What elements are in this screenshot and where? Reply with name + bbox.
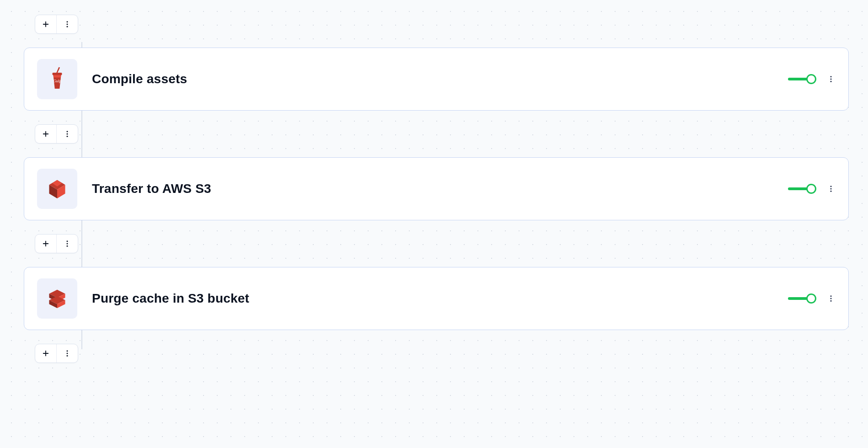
svg-point-26	[67, 245, 68, 247]
action-icon-tile: Gulp	[37, 59, 77, 99]
pipeline-canvas[interactable]: Gulp Compile assets	[0, 0, 868, 448]
pill-menu-button[interactable]	[57, 235, 78, 253]
s3-icon	[44, 176, 70, 202]
svg-text:Gulp: Gulp	[53, 79, 61, 83]
svg-point-34	[830, 298, 832, 299]
add-action-pill	[35, 15, 78, 34]
action-title: Purge cache in S3 bucket	[92, 291, 249, 306]
plus-icon	[42, 349, 50, 357]
action-menu-button[interactable]	[826, 75, 836, 83]
gulp-icon: Gulp	[44, 66, 70, 92]
svg-point-24	[67, 240, 68, 242]
kebab-icon	[63, 20, 71, 28]
kebab-icon	[827, 294, 835, 303]
action-icon-tile	[37, 169, 77, 209]
svg-point-33	[830, 295, 832, 297]
action-title: Transfer to AWS S3	[92, 181, 211, 196]
kebab-icon	[63, 240, 71, 248]
svg-point-7	[830, 76, 832, 77]
action-toggle[interactable]	[788, 183, 816, 195]
svg-point-38	[67, 350, 68, 352]
svg-point-14	[67, 136, 68, 137]
svg-point-19	[830, 186, 832, 187]
plus-icon	[42, 20, 50, 28]
add-action-button[interactable]	[35, 125, 56, 143]
pill-menu-button[interactable]	[57, 344, 78, 363]
kebab-icon	[63, 130, 71, 138]
plus-icon	[42, 240, 50, 248]
action-toggle[interactable]	[788, 293, 816, 304]
action-menu-button[interactable]	[826, 185, 836, 193]
svg-point-4	[67, 26, 68, 27]
svg-point-2	[67, 21, 68, 22]
add-action-pill	[35, 234, 78, 253]
svg-point-39	[67, 353, 68, 354]
action-menu-button[interactable]	[826, 294, 836, 303]
action-title: Compile assets	[92, 72, 187, 86]
pill-menu-button[interactable]	[57, 15, 78, 33]
add-action-button[interactable]	[35, 15, 56, 33]
cloudfront-icon	[44, 286, 70, 311]
kebab-icon	[63, 349, 71, 357]
action-toggle[interactable]	[788, 73, 816, 85]
action-icon-tile	[37, 278, 77, 319]
kebab-icon	[827, 185, 835, 193]
svg-point-12	[67, 131, 68, 132]
svg-point-13	[67, 133, 68, 135]
add-action-button[interactable]	[35, 235, 56, 253]
svg-point-8	[830, 79, 832, 80]
add-action-button[interactable]	[35, 344, 56, 363]
action-card[interactable]: Transfer to AWS S3	[24, 157, 849, 220]
svg-rect-5	[53, 73, 62, 75]
action-card[interactable]: Gulp Compile assets	[24, 48, 849, 111]
pill-menu-button[interactable]	[57, 125, 78, 143]
svg-point-35	[830, 300, 832, 302]
svg-point-20	[830, 188, 832, 190]
kebab-icon	[827, 75, 835, 83]
svg-point-3	[67, 24, 68, 25]
svg-point-25	[67, 243, 68, 245]
add-action-pill	[35, 344, 78, 363]
svg-point-21	[830, 191, 832, 192]
svg-point-40	[67, 355, 68, 357]
svg-point-9	[830, 81, 832, 82]
plus-icon	[42, 130, 50, 138]
add-action-pill	[35, 124, 78, 144]
action-card[interactable]: Purge cache in S3 bucket	[24, 267, 849, 330]
